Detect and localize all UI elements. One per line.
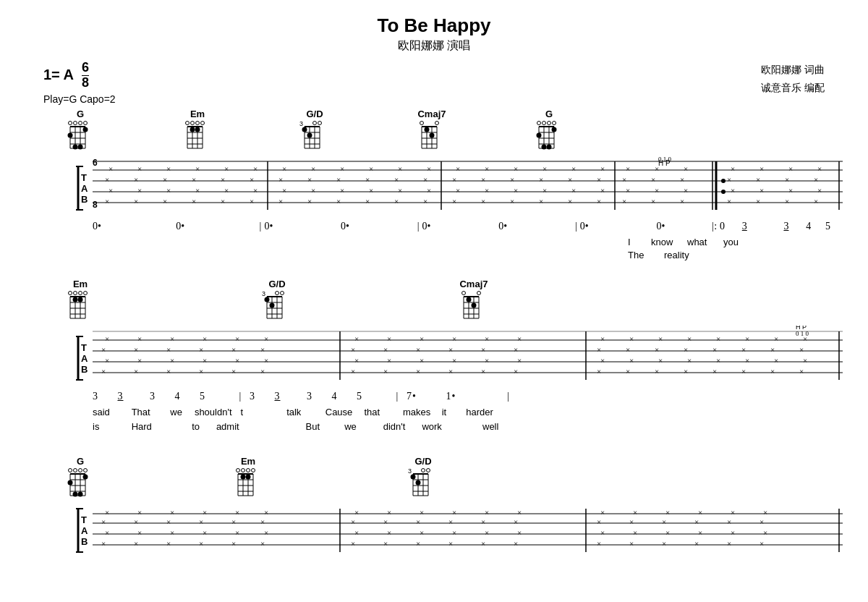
l-work: work xyxy=(422,421,480,432)
svg-point-212 xyxy=(73,297,78,302)
svg-point-30 xyxy=(190,127,195,132)
svg-text:×: × xyxy=(420,356,424,365)
l-we: we xyxy=(170,407,192,417)
svg-text:A: A xyxy=(81,183,88,194)
svg-point-228 xyxy=(462,291,466,294)
svg-text:×: × xyxy=(485,186,489,195)
svg-text:×: × xyxy=(694,517,699,526)
l-to: to xyxy=(192,421,213,432)
svg-text:×: × xyxy=(694,539,699,548)
svg-text:×: × xyxy=(231,367,236,376)
svg-point-14 xyxy=(73,144,78,149)
svg-text:×: × xyxy=(199,345,203,354)
chord-diagram-Em1 xyxy=(182,121,213,151)
svg-point-352 xyxy=(83,474,88,479)
svg-text:×: × xyxy=(199,517,203,526)
svg-text:×: × xyxy=(134,539,138,548)
chord-diagram-Cmaj72 xyxy=(459,291,489,321)
svg-text:×: × xyxy=(597,345,601,354)
svg-text:×: × xyxy=(626,367,630,376)
song-title: To Be Happy xyxy=(43,14,825,37)
l-harder: harder xyxy=(466,407,524,417)
l-didnt: didn't xyxy=(383,421,420,432)
svg-text:×: × xyxy=(517,356,522,365)
num-1-4: 0• xyxy=(341,221,417,232)
svg-text:×: × xyxy=(354,334,359,343)
lyric-reality: reality xyxy=(664,250,722,260)
svg-text:×: × xyxy=(814,175,818,184)
chord-diagram-Em3 xyxy=(233,468,263,499)
l-said: said xyxy=(93,407,129,417)
num-1-12: 4 xyxy=(806,221,825,232)
svg-text:×: × xyxy=(756,197,760,205)
svg-text:×: × xyxy=(655,367,659,376)
svg-text:×: × xyxy=(452,197,456,205)
n2-3: 3 xyxy=(150,391,171,402)
chord-diagram-Em2 xyxy=(65,291,95,321)
svg-text:×: × xyxy=(597,175,601,184)
svg-point-368 xyxy=(246,474,251,479)
svg-text:×: × xyxy=(278,175,283,184)
svg-text:×: × xyxy=(166,517,171,526)
svg-text:×: × xyxy=(799,345,804,354)
svg-point-34 xyxy=(318,121,322,124)
svg-text:×: × xyxy=(170,528,174,537)
svg-text:×: × xyxy=(514,367,518,376)
chord-row-3: G xyxy=(43,456,825,499)
l-But: But xyxy=(306,421,342,432)
svg-point-94 xyxy=(721,179,726,183)
svg-point-350 xyxy=(68,480,73,485)
l-well: well xyxy=(482,421,519,432)
svg-text:×: × xyxy=(137,164,142,173)
n2-8: 3 xyxy=(307,391,328,402)
svg-text:×: × xyxy=(517,334,522,343)
svg-point-370 xyxy=(422,468,425,472)
svg-text:×: × xyxy=(568,197,572,205)
l-that: that xyxy=(364,407,400,417)
svg-text:×: × xyxy=(416,539,420,548)
svg-text:×: × xyxy=(134,517,138,526)
n2-6: 3 xyxy=(250,391,271,402)
chord-name-G2: G xyxy=(545,109,553,119)
svg-text:×: × xyxy=(170,356,174,365)
svg-text:×: × xyxy=(803,356,807,365)
svg-point-382 xyxy=(416,480,421,485)
svg-point-46 xyxy=(420,121,424,124)
svg-text:×: × xyxy=(311,164,315,173)
svg-text:×: × xyxy=(264,356,268,365)
l-talk: talk xyxy=(286,407,323,417)
svg-text:×: × xyxy=(231,539,236,548)
svg-text:A: A xyxy=(81,525,88,536)
svg-text:×: × xyxy=(387,356,391,365)
svg-text:×: × xyxy=(231,345,236,354)
svg-text:×: × xyxy=(427,164,431,173)
chord-name-Em3: Em xyxy=(241,456,255,467)
svg-point-215 xyxy=(276,291,279,294)
svg-text:×: × xyxy=(170,334,174,343)
svg-text:×: × xyxy=(387,508,391,517)
svg-text:×: × xyxy=(203,356,207,365)
credits: 欧阳娜娜 词曲 诚意音乐 编配 xyxy=(761,61,825,97)
svg-point-19 xyxy=(196,121,200,124)
svg-text:×: × xyxy=(224,186,229,195)
svg-text:×: × xyxy=(510,175,514,184)
svg-text:×: × xyxy=(731,528,735,537)
n2-10: 5 xyxy=(357,391,393,402)
n2-12: 1• xyxy=(446,391,504,402)
svg-point-15 xyxy=(83,127,88,132)
num-1-6: 0• xyxy=(498,221,575,232)
svg-text:×: × xyxy=(485,508,489,517)
svg-text:×: × xyxy=(741,367,746,376)
svg-text:×: × xyxy=(817,186,822,195)
svg-text:×: × xyxy=(662,517,666,526)
svg-text:×: × xyxy=(687,334,692,343)
svg-text:×: × xyxy=(770,367,775,376)
svg-text:×: × xyxy=(731,186,735,195)
svg-text:×: × xyxy=(485,528,489,537)
lyric-The: The xyxy=(628,250,664,260)
svg-text:×: × xyxy=(199,367,203,376)
svg-text:T: T xyxy=(81,514,87,525)
chord-name-G3: G xyxy=(77,456,84,467)
svg-text:×: × xyxy=(260,517,265,526)
svg-text:×: × xyxy=(101,345,106,354)
